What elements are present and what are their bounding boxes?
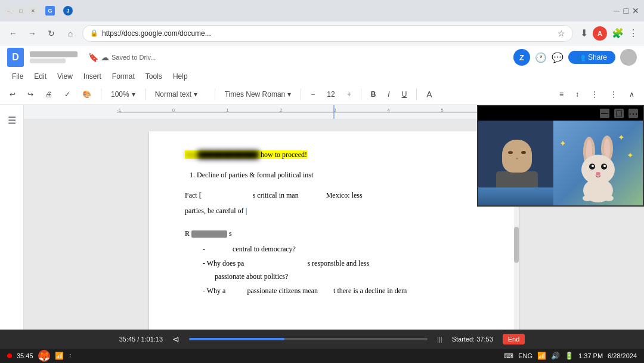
list-item-1: Decline of parties & formal political in…: [197, 170, 483, 180]
align-btn[interactable]: ≡: [555, 86, 568, 103]
svg-point-7: [592, 165, 594, 167]
win-minimize-icon[interactable]: ─: [614, 6, 620, 16]
share-button[interactable]: 👥 Share: [568, 51, 615, 64]
text-style-selector[interactable]: Normal text ▾: [150, 86, 210, 103]
svg-point-9: [596, 172, 600, 176]
bold-btn[interactable]: B: [366, 86, 381, 103]
font-size-input[interactable]: 12: [322, 86, 339, 103]
menu-insert[interactable]: Insert: [79, 71, 106, 82]
paintformat-btn[interactable]: 🎨: [78, 86, 96, 103]
forward-button[interactable]: →: [25, 26, 39, 41]
media-control-left[interactable]: ⊲: [172, 334, 179, 344]
address-bar[interactable]: 🔒 https://docs.google.com/docume... ☆: [82, 25, 573, 42]
format-more-btn[interactable]: ⋮: [605, 86, 622, 103]
wifi-status-icon: 📶: [537, 352, 546, 360]
arrow-up-icon: ↑: [69, 352, 72, 360]
sparkle-3: ✦: [618, 133, 625, 142]
zoom-selector[interactable]: 100% ▾: [106, 86, 140, 103]
menu-edit[interactable]: Edit: [29, 71, 51, 82]
svg-point-8: [603, 165, 606, 167]
maximize-btn[interactable]: □: [17, 7, 25, 15]
sep-3: [215, 88, 215, 100]
scrollbar-thumb[interactable]: [514, 227, 519, 263]
left-eye: [508, 151, 513, 154]
home-button[interactable]: ⌂: [63, 26, 78, 41]
video-ctrl-3[interactable]: ⋯: [628, 109, 638, 118]
menu-bar: File Edit View Insert Format Tools Help: [0, 69, 644, 84]
clock: 1:37 PM: [578, 352, 603, 359]
docs-header: D 🔖 ☁ Saved to Driv... Z 🕐 💬 👥 Share: [0, 45, 644, 84]
profile-icon[interactable]: A: [593, 26, 607, 41]
user-profile-avatar[interactable]: [620, 49, 637, 66]
video-background: [478, 187, 556, 205]
menu-view[interactable]: View: [52, 71, 78, 82]
close-btn[interactable]: ✕: [29, 7, 37, 15]
bullet-item-3: - Why a passionate citizens mean t there…: [203, 285, 483, 296]
media-progress-bar[interactable]: [189, 338, 428, 340]
reload-button[interactable]: ↻: [44, 26, 58, 41]
share-icon: 👥: [577, 53, 586, 61]
docs-title-row: D 🔖 ☁ Saved to Driv... Z 🕐 💬 👥 Share: [0, 45, 644, 69]
extension-icon[interactable]: 🧩: [612, 27, 624, 39]
text-color-btn[interactable]: A: [422, 86, 436, 103]
wifi-icon: 📶: [55, 352, 64, 360]
video-ctrl-1[interactable]: ─: [600, 109, 609, 118]
menu-format[interactable]: Format: [107, 71, 140, 82]
end-call-btn[interactable]: End: [503, 334, 525, 344]
date-display: 6/28/2024: [608, 352, 637, 359]
media-bar: 35:45 / 1:01:13 ⊲ ||| Started: 37:53 End: [0, 330, 644, 349]
sidebar-toggle[interactable]: ☰: [0, 105, 24, 330]
win-close-icon[interactable]: ✕: [632, 6, 639, 16]
star-icon[interactable]: ☆: [558, 29, 565, 38]
saved-text: Saved to Driv...: [112, 54, 156, 61]
win-restore-icon[interactable]: □: [624, 6, 628, 16]
fact-paragraph: Fact [ s critical in man Mexico: less: [185, 190, 483, 201]
undo-btn[interactable]: ↩: [5, 86, 20, 103]
line-spacing-btn[interactable]: ↕: [571, 86, 584, 103]
italic-btn[interactable]: I: [383, 86, 394, 103]
underline-btn[interactable]: U: [397, 86, 412, 103]
nose: [516, 158, 518, 159]
firefox-icon: 🦊: [38, 350, 50, 362]
right-eye: [521, 151, 526, 154]
bookmark-icon[interactable]: 🔖: [88, 53, 98, 62]
print-btn[interactable]: 🖨: [41, 86, 57, 103]
menu-tools[interactable]: Tools: [141, 71, 167, 82]
more-icon[interactable]: ⋮: [628, 27, 638, 39]
docs-actions: Z 🕐 💬 👥 Share: [513, 49, 637, 66]
doc-content: Stud████████████ how to proceed! Decline…: [185, 149, 483, 296]
svg-point-11: [583, 195, 592, 201]
spellcheck-btn[interactable]: ✓: [60, 86, 75, 103]
download-icon[interactable]: ⬇: [580, 27, 588, 39]
comment-icon[interactable]: 💬: [552, 52, 564, 63]
heading-highlighted: Stud████████████ how to proceed!: [185, 150, 307, 159]
docs-logo: D: [7, 48, 24, 67]
font-family-selector[interactable]: Times New Roman ▾: [220, 86, 296, 103]
title-bar: ─ □ ✕ G J ─ □ ✕: [0, 0, 644, 21]
heading-blurred-prefix: Stud████████████: [185, 149, 259, 160]
doc-page: Stud████████████ how to proceed! Decline…: [149, 131, 519, 330]
menu-help[interactable]: Help: [168, 71, 193, 82]
doc-heading: Stud████████████ how to proceed!: [185, 149, 483, 160]
formatting-collapse-btn[interactable]: ∧: [624, 86, 639, 103]
browser-frame: ─ □ ✕ G J ─ □ ✕ ← → ↻ ⌂ 🔒 https://docs.g…: [0, 0, 644, 363]
rabbit-svg: [562, 134, 634, 205]
redo-btn[interactable]: ↪: [23, 86, 38, 103]
sound-icon: 🔊: [551, 352, 560, 360]
minimize-btn[interactable]: ─: [5, 7, 13, 15]
main-area: ☰ -101234567 Stud: [0, 105, 644, 330]
keyboard-icon: ⌨: [504, 352, 513, 360]
list-options-btn[interactable]: ⋮: [586, 86, 603, 103]
menu-file[interactable]: File: [7, 71, 28, 82]
font-size-decrease[interactable]: −: [306, 86, 320, 103]
video-controls-bar: ─ □ ⋯: [478, 106, 643, 121]
media-progress-fill: [189, 338, 284, 340]
fact-para-2: parties, be careful of |: [185, 205, 483, 216]
history-icon[interactable]: 🕐: [535, 52, 547, 63]
list-toggle-icon[interactable]: ☰: [8, 115, 16, 126]
back-button[interactable]: ←: [6, 26, 20, 41]
font-size-increase[interactable]: +: [342, 86, 356, 103]
video-ctrl-2[interactable]: □: [614, 109, 624, 118]
bullet-list: - central to democracy? - Why does pa s …: [203, 244, 483, 296]
status-time-elapsed: 35:45: [17, 352, 33, 359]
